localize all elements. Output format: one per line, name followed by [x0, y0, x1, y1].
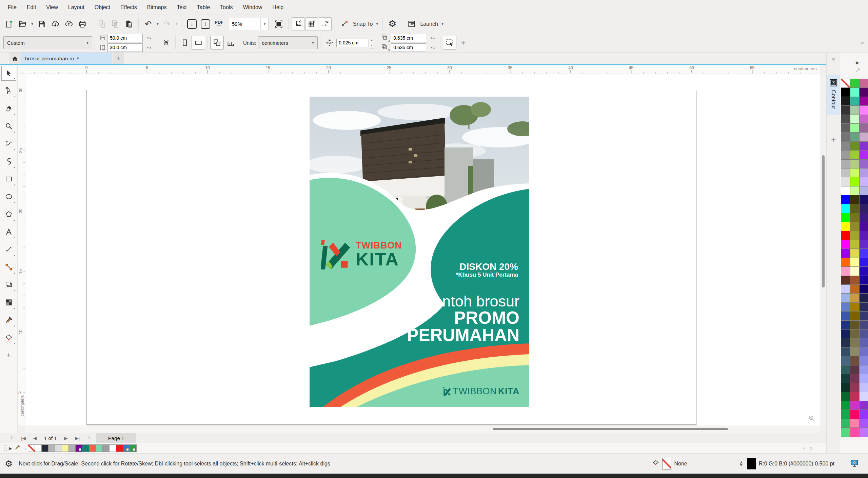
autofit-page-button[interactable] — [159, 36, 173, 49]
palette-swatch[interactable] — [841, 276, 850, 285]
portrait-button[interactable] — [178, 36, 192, 49]
palette-swatch[interactable] — [859, 266, 868, 276]
fill-color-chip[interactable] — [662, 458, 671, 470]
palette-swatch[interactable] — [841, 419, 850, 428]
palette-swatch[interactable] — [841, 87, 850, 97]
palette-swatch[interactable] — [859, 347, 868, 356]
document-palette-swatch[interactable] — [96, 444, 103, 452]
document-palette-swatch[interactable] — [116, 444, 123, 452]
palette-swatch[interactable] — [859, 410, 868, 419]
palette-swatch[interactable] — [841, 365, 850, 374]
print-button[interactable] — [76, 17, 89, 31]
duplicate-x-spinner[interactable]: ▾ ▴ — [428, 36, 438, 40]
propbar-overflow-chevron[interactable]: » — [861, 40, 863, 46]
palette-swatch[interactable] — [850, 195, 859, 204]
palette-swatch[interactable] — [841, 213, 850, 222]
palette-swatch[interactable] — [850, 392, 859, 401]
palette-swatch[interactable] — [841, 97, 850, 106]
last-page-button[interactable]: ▶| — [72, 433, 83, 443]
palette-swatch[interactable] — [859, 168, 868, 177]
palette-swatch[interactable] — [841, 302, 850, 312]
page-width-spinner[interactable]: ▾ ▴ — [144, 36, 154, 40]
palette-swatch[interactable] — [841, 401, 850, 410]
palette-swatch[interactable] — [859, 338, 868, 347]
document-palette-swatch[interactable] — [123, 444, 130, 452]
palette-swatch[interactable] — [859, 79, 868, 88]
palette-swatch[interactable] — [841, 338, 850, 347]
palette-swatch[interactable] — [841, 320, 850, 330]
palette-swatch[interactable] — [859, 150, 868, 159]
palette-swatch[interactable] — [850, 374, 859, 383]
menu-item[interactable]: Object — [90, 0, 115, 15]
undo-button[interactable]: ↶ — [142, 17, 155, 31]
toolbox-customize-button[interactable]: + — [1, 348, 16, 363]
palette-swatch[interactable] — [850, 365, 859, 374]
document-tab[interactable]: brosur perumahan m..* — [21, 53, 112, 64]
zoom-tool[interactable] — [1, 119, 16, 134]
menu-item[interactable]: Help — [267, 0, 289, 15]
outline-color-chip[interactable] — [747, 458, 756, 470]
status-settings-gear-icon[interactable]: ⚙ — [5, 459, 13, 468]
palette-swatch[interactable] — [841, 115, 850, 124]
palette-swatch[interactable] — [859, 222, 868, 231]
palette-swatch[interactable] — [859, 311, 868, 320]
palette-swatch[interactable] — [859, 427, 868, 437]
palette-swatch[interactable] — [841, 427, 850, 437]
palette-swatch[interactable] — [859, 356, 868, 365]
display-settings-icon[interactable] — [850, 459, 859, 469]
open-dropdown-arrow[interactable]: ▾ — [30, 22, 35, 26]
palette-swatch[interactable] — [859, 329, 868, 338]
snap-off-icon[interactable] — [338, 17, 351, 31]
palette-swatch[interactable] — [850, 266, 859, 276]
artistic-media-tool[interactable] — [1, 154, 16, 169]
palette-swatch[interactable] — [850, 258, 859, 267]
duplicate-x-input[interactable] — [391, 34, 426, 42]
horizontal-scrollbar[interactable] — [25, 425, 820, 433]
menu-item[interactable]: File — [3, 0, 22, 15]
horizontal-ruler[interactable]: 0510152025303540455055 centimeters — [18, 65, 820, 74]
page-height-spinner[interactable]: ▾ ▴ — [144, 46, 154, 49]
document-palette-swatch[interactable] — [109, 444, 116, 452]
palette-swatch[interactable] — [859, 123, 868, 133]
show-grid-button[interactable] — [305, 17, 318, 31]
palette-swatch[interactable] — [850, 204, 859, 213]
palette-swatch[interactable] — [841, 204, 850, 213]
zoom-level-input[interactable] — [229, 18, 260, 30]
menu-item[interactable]: Bitmaps — [142, 0, 172, 15]
zoom-level-combo[interactable]: ▾ — [229, 18, 269, 30]
palette-swatch[interactable] — [841, 186, 850, 195]
palette-swatch[interactable] — [859, 293, 868, 302]
palette-swatch[interactable] — [841, 150, 850, 159]
palette-swatch[interactable] — [859, 231, 868, 240]
palette-swatch[interactable] — [850, 347, 859, 356]
palette-swatch[interactable] — [841, 123, 850, 133]
palette-swatch[interactable] — [859, 159, 868, 168]
palette-swatch[interactable] — [841, 392, 850, 401]
palette-swatch[interactable] — [859, 132, 868, 141]
vertical-scrollbar-thumb[interactable] — [822, 155, 825, 287]
interactive-fill-tool[interactable] — [1, 330, 16, 345]
ellipse-tool[interactable] — [1, 189, 16, 204]
duplicate-y-input[interactable] — [391, 43, 426, 52]
palette-swatch[interactable] — [850, 105, 859, 115]
drawing-canvas[interactable]: TWIBBON KITA DISKON 20% *Khusu 5 Unit Pe… — [25, 74, 820, 425]
palette-swatch[interactable] — [850, 293, 859, 302]
palette-swatch[interactable] — [850, 97, 859, 106]
palette-swatch[interactable] — [850, 213, 859, 222]
palette-swatch[interactable] — [841, 159, 850, 168]
palette-swatch[interactable] — [841, 105, 850, 115]
palette-swatch[interactable] — [841, 222, 850, 231]
page-width-input[interactable] — [107, 34, 143, 42]
units-combo[interactable]: centimeters ▾ — [258, 36, 318, 49]
polygon-tool[interactable] — [1, 207, 16, 222]
color-eyedropper-tool[interactable] — [1, 313, 16, 327]
palette-swatch[interactable] — [859, 204, 868, 213]
palette-swatch[interactable] — [841, 329, 850, 338]
brochure-artwork[interactable]: TWIBBON KITA DISKON 20% *Khusu 5 Unit Pe… — [310, 97, 529, 407]
document-palette-scroll-end[interactable]: » — [810, 445, 813, 451]
palette-swatch[interactable] — [841, 410, 850, 419]
palette-swatch[interactable] — [841, 177, 850, 186]
document-palette-swatch[interactable] — [68, 444, 76, 452]
palette-swatch[interactable] — [859, 383, 868, 392]
paste-button[interactable] — [122, 17, 135, 31]
